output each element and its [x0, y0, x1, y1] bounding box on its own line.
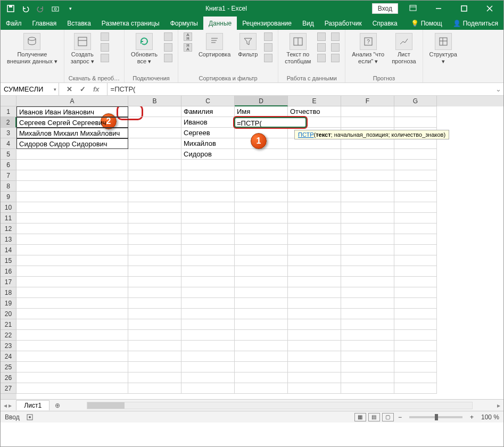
- cell-g27[interactable]: [394, 383, 437, 394]
- cell-d25[interactable]: [235, 362, 288, 372]
- cell-b24[interactable]: [128, 351, 181, 362]
- reapply-button[interactable]: [263, 43, 274, 52]
- cell-g16[interactable]: [394, 266, 437, 277]
- cell-c12[interactable]: [181, 224, 235, 234]
- cell-d11[interactable]: [235, 213, 288, 224]
- cell-c20[interactable]: [181, 309, 235, 319]
- tab-layout[interactable]: Разметка страницы: [96, 16, 165, 30]
- cell-b10[interactable]: [128, 202, 181, 213]
- cell-a19[interactable]: [16, 298, 128, 309]
- column-header-e[interactable]: E: [288, 96, 341, 106]
- cell-f10[interactable]: [341, 202, 394, 213]
- cell-a2[interactable]: Сергеев Сергей Сергеевич: [16, 117, 128, 128]
- clear-filter-button[interactable]: [263, 32, 274, 42]
- from-table-button[interactable]: [100, 43, 110, 52]
- cell-f21[interactable]: [341, 319, 394, 330]
- cell-c10[interactable]: [181, 202, 235, 213]
- tab-developer[interactable]: Разработчик: [319, 16, 367, 30]
- cell-f17[interactable]: [341, 277, 394, 287]
- cell-b16[interactable]: [128, 266, 181, 277]
- cell-a8[interactable]: [16, 181, 128, 192]
- cell-g19[interactable]: [394, 298, 437, 309]
- column-header-a[interactable]: A: [16, 96, 128, 106]
- zoom-slider[interactable]: [409, 416, 462, 418]
- cell-e17[interactable]: [288, 277, 341, 287]
- cell-f20[interactable]: [341, 309, 394, 319]
- tooltip-function-name[interactable]: ПСТР: [298, 131, 314, 138]
- cell-e9[interactable]: [288, 192, 341, 202]
- tab-view[interactable]: Вид: [297, 16, 319, 30]
- cell-f16[interactable]: [341, 266, 394, 277]
- cell-a27[interactable]: [16, 383, 128, 394]
- cell-f25[interactable]: [341, 362, 394, 372]
- cell-f19[interactable]: [341, 298, 394, 309]
- cell-f5[interactable]: [341, 149, 394, 160]
- cell-g12[interactable]: [394, 224, 437, 234]
- cell-e15[interactable]: [288, 255, 341, 266]
- cell-b3[interactable]: [128, 128, 181, 138]
- accept-formula-button[interactable]: ✓: [80, 85, 86, 93]
- cell-g10[interactable]: [394, 202, 437, 213]
- cell-b13[interactable]: [128, 234, 181, 245]
- cell-d6[interactable]: [235, 160, 288, 170]
- cell-d5[interactable]: [235, 149, 288, 160]
- cell-f22[interactable]: [341, 330, 394, 341]
- cell-b22[interactable]: [128, 330, 181, 341]
- expand-formula-bar-button[interactable]: ⌄: [493, 83, 503, 95]
- data-validation-button[interactable]: [316, 53, 327, 63]
- view-pagebreak-button[interactable]: ▢: [382, 413, 394, 421]
- row-header-19[interactable]: 19: [1, 298, 16, 309]
- qat-dropdown-icon[interactable]: ▾: [65, 4, 75, 13]
- zoom-out-button[interactable]: −: [396, 413, 404, 421]
- cell-b17[interactable]: [128, 277, 181, 287]
- column-header-f[interactable]: F: [341, 96, 394, 106]
- cell-c19[interactable]: [181, 298, 235, 309]
- cell-c14[interactable]: [181, 245, 235, 255]
- cell-g25[interactable]: [394, 362, 437, 372]
- cell-f26[interactable]: [341, 372, 394, 383]
- cell-b19[interactable]: [128, 298, 181, 309]
- horizontal-scrollbar[interactable]: [87, 402, 473, 409]
- cell-d22[interactable]: [235, 330, 288, 341]
- share-button[interactable]: 👤Поделиться: [448, 16, 503, 30]
- row-header-13[interactable]: 13: [1, 234, 16, 245]
- cell-c6[interactable]: [181, 160, 235, 170]
- cell-g1[interactable]: [394, 106, 437, 117]
- data-model-button[interactable]: [330, 53, 341, 63]
- row-header-21[interactable]: 21: [1, 319, 16, 330]
- sheet-nav[interactable]: ◂ ▸: [1, 402, 15, 409]
- cell-g15[interactable]: [394, 255, 437, 266]
- cell-g8[interactable]: [394, 181, 437, 192]
- cell-b5[interactable]: [128, 149, 181, 160]
- cell-b26[interactable]: [128, 372, 181, 383]
- cell-b6[interactable]: [128, 160, 181, 170]
- cell-b11[interactable]: [128, 213, 181, 224]
- cell-d20[interactable]: [235, 309, 288, 319]
- row-header-1[interactable]: 1: [1, 106, 16, 117]
- cells-area[interactable]: Иванов Иван ИвановичФамилияИмяОтчествоСе…: [16, 106, 503, 399]
- cell-d16[interactable]: [235, 266, 288, 277]
- zoom-thumb[interactable]: [435, 414, 438, 420]
- cell-e1[interactable]: Отчество: [288, 106, 341, 117]
- text-to-columns-button[interactable]: Текст по столбцам: [283, 32, 313, 66]
- cell-c15[interactable]: [181, 255, 235, 266]
- cell-f24[interactable]: [341, 351, 394, 362]
- cell-a10[interactable]: [16, 202, 128, 213]
- cell-c24[interactable]: [181, 351, 235, 362]
- cell-e4[interactable]: [288, 138, 341, 149]
- relationships-button[interactable]: [330, 43, 341, 52]
- cell-a23[interactable]: [16, 341, 128, 351]
- cell-b20[interactable]: [128, 309, 181, 319]
- cell-a26[interactable]: [16, 372, 128, 383]
- cell-g24[interactable]: [394, 351, 437, 362]
- cell-d17[interactable]: [235, 277, 288, 287]
- view-layout-button[interactable]: ▤: [368, 413, 380, 421]
- tell-me[interactable]: 💡Помощ: [406, 16, 448, 30]
- row-header-5[interactable]: 5: [1, 149, 16, 160]
- sort-az-button[interactable]: AЯ: [183, 32, 193, 42]
- row-header-10[interactable]: 10: [1, 202, 16, 213]
- cell-e27[interactable]: [288, 383, 341, 394]
- consolidate-button[interactable]: [330, 32, 341, 42]
- tab-help[interactable]: Справка: [367, 16, 403, 30]
- name-box[interactable]: СУММЕСЛИ: [1, 83, 59, 95]
